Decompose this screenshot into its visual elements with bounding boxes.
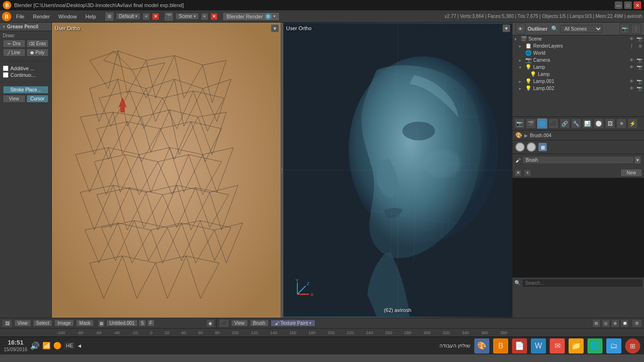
outliner-view-icon[interactable]: 👁 — [515, 24, 526, 34]
tree-item-lamp-group[interactable]: ▾ 💡 Lamp 👁 📷 — [512, 64, 644, 71]
camera-render-icon[interactable]: 📷 — [636, 58, 642, 63]
3d-viewport-toggle-btn[interactable]: ▼ — [503, 25, 510, 32]
layout-dropdown[interactable]: Default▾ — [116, 13, 141, 20]
vp-type-icon[interactable]: ⬛ — [219, 319, 229, 328]
gp-stroke-place-btn[interactable]: Stroke Place... — [3, 86, 49, 94]
tree-item-lamp002[interactable]: ▸ 💡 Lamp.002 👁 📷 — [512, 85, 644, 92]
gp-cursor-btn[interactable]: Cursor — [26, 95, 49, 103]
taskbar-explorer-icon[interactable]: 🗂 — [606, 338, 621, 354]
gp-poly-btn[interactable]: ⬟ Poly — [26, 49, 49, 57]
lamp-render-icon[interactable]: 📷 — [636, 65, 642, 70]
minimize-button[interactable]: — — [615, 1, 622, 9]
gp-line-btn[interactable]: ╱ Line — [3, 49, 25, 57]
scene-remove-btn[interactable]: ✕ — [210, 13, 218, 20]
uv-mask-btn[interactable]: Mask — [76, 320, 94, 327]
tree-item-scene[interactable]: ▾ 🎬 Scene 👁 📷 — [512, 35, 644, 42]
vp-ricon1[interactable]: ⊞ — [592, 319, 601, 328]
outliner-search-icon[interactable]: 🔍 — [551, 25, 558, 32]
props-icon-modifiers[interactable]: 🔧 — [571, 118, 581, 129]
props-icon-data[interactable]: 📊 — [582, 118, 593, 129]
maximize-button[interactable]: □ — [624, 1, 632, 9]
gp-view-btn[interactable]: View — [3, 95, 25, 103]
uv-ricon1[interactable]: ◉ — [206, 319, 215, 328]
menu-help[interactable]: Help — [82, 13, 100, 20]
volume-icon[interactable]: 🔊 — [30, 341, 40, 350]
uv-toggle-btn[interactable]: ▼ — [271, 25, 279, 32]
close-button[interactable]: ✕ — [634, 1, 641, 9]
props-icon-texture[interactable]: 🖼 — [605, 118, 615, 129]
gp-continuous-checkbox[interactable] — [3, 72, 8, 78]
tree-item-lamp[interactable]: 💡 Lamp — [512, 71, 644, 78]
vp-ricon4[interactable]: 🔲 — [620, 319, 629, 328]
taskbar-pdf-icon[interactable]: 📄 — [512, 338, 527, 354]
color-circle-2[interactable] — [527, 142, 536, 152]
props-icon-material[interactable]: ⚪ — [594, 118, 604, 129]
props-icon-scene[interactable]: 🎬 — [526, 118, 536, 129]
tree-item-renderlayers[interactable]: ▸ 📋 RenderLayers | ⊕ — [512, 42, 644, 49]
texture-new-btn[interactable]: New — [620, 169, 642, 177]
lamp-eye-icon[interactable]: 👁 — [629, 65, 634, 70]
uv-editor-type-icon[interactable]: 🖼 — [2, 319, 12, 328]
taskbar-start-icon[interactable]: ⊞ — [625, 338, 640, 354]
tree-item-lamp001[interactable]: ▸ 💡 Lamp.001 👁 📷 — [512, 78, 644, 85]
signal-icon[interactable]: 📶 — [42, 342, 50, 349]
layout-add-btn[interactable]: + — [142, 13, 150, 20]
brush-dropdown-btn[interactable]: ▾ — [634, 156, 641, 164]
render-icon[interactable]: 📷 — [636, 36, 642, 41]
taskbar-email-icon[interactable]: ✉ — [550, 338, 565, 354]
menu-file[interactable]: File — [12, 13, 28, 20]
renderlayers-extra-icon[interactable]: ⊕ — [638, 43, 642, 49]
vp-ricon2[interactable]: ◎ — [602, 319, 610, 328]
uv-editor-viewport[interactable]: User Ortho ▼ — [52, 23, 281, 318]
color-checker-icon[interactable]: ▦ — [538, 142, 547, 152]
gp-draw-btn[interactable]: ✏ Dra — [3, 40, 25, 48]
tree-item-camera[interactable]: ▸ 📷 Camera 👁 📷 — [512, 57, 644, 64]
outliner-extra-icon[interactable]: ⋮ — [631, 24, 641, 34]
layout-remove-btn[interactable]: ✕ — [152, 13, 159, 20]
properties-search-input[interactable] — [523, 280, 642, 287]
vp-view-btn[interactable]: View — [231, 320, 248, 327]
menu-render[interactable]: Render — [29, 13, 54, 20]
props-icon-world[interactable]: 🌐 — [537, 118, 547, 129]
props-icon-physics[interactable]: ⚡ — [627, 118, 638, 129]
gp-additive-checkbox[interactable] — [3, 66, 8, 71]
uv-frame-icon[interactable]: ▦ — [98, 319, 105, 328]
tree-item-world[interactable]: 🌐 World — [512, 49, 644, 57]
vp-ricon3[interactable]: ⊕ — [611, 319, 619, 328]
menu-window[interactable]: Window — [55, 13, 81, 20]
uv-image-btn[interactable]: Image — [54, 320, 74, 327]
language-indicator[interactable]: HE — [64, 342, 75, 349]
vp-mode-dropdown[interactable]: 🖌 Texture Paint ▾ — [271, 320, 315, 327]
camera-eye-icon[interactable]: 👁 — [629, 58, 634, 63]
taskbar-blender-icon[interactable]: B — [493, 338, 508, 354]
outliner-scene-select[interactable]: All Scenes — [560, 25, 603, 33]
scene-dropdown[interactable]: Scene▾ — [175, 13, 198, 20]
lamp002-render-icon[interactable]: 📷 — [636, 86, 642, 91]
scene-add-btn[interactable]: + — [201, 13, 208, 20]
props-icon-object[interactable]: ⬛ — [548, 118, 559, 129]
uv-view-btn[interactable]: View — [14, 320, 31, 327]
taskbar-chrome-icon[interactable]: 🌐 — [587, 338, 603, 354]
props-icon-constraints[interactable]: 🔗 — [560, 118, 570, 129]
vp-toggle-btn[interactable]: ⚙ — [632, 319, 642, 328]
taskbar-files-icon[interactable]: 📁 — [569, 338, 584, 354]
outliner-render-icon[interactable]: 📷 — [619, 24, 630, 34]
uv-select-btn[interactable]: Select — [33, 320, 53, 327]
lamp001-render-icon[interactable]: 📷 — [636, 79, 642, 84]
lamp001-eye-icon[interactable]: 👁 — [629, 79, 634, 84]
props-icon-render[interactable]: 📷 — [514, 118, 525, 129]
color-circle-1[interactable] — [515, 142, 525, 152]
vp-brush-btn[interactable]: Brush — [250, 320, 269, 327]
props-icon-particles[interactable]: ✳ — [616, 118, 627, 129]
gp-erase-btn[interactable]: ⌫ Eras — [26, 40, 49, 48]
render-engine-dropdown[interactable]: Blender Render B ▾ — [223, 12, 280, 21]
taskbar-word-icon[interactable]: W — [531, 338, 546, 354]
ruler-mark: 300 — [423, 330, 430, 335]
lamp002-eye-icon[interactable]: 👁 — [629, 86, 634, 91]
blender-taskbar-icon[interactable]: 🟠 — [53, 342, 61, 349]
3d-viewport[interactable]: X Y Z User Ortho ▼ (62) avirosh — [283, 23, 512, 318]
taskbar-paint-icon[interactable]: 🎨 — [474, 338, 489, 354]
texture-x-icon[interactable]: ✕ — [514, 169, 522, 177]
texture-add-icon[interactable]: + — [524, 169, 531, 177]
eye-icon[interactable]: 👁 — [629, 36, 634, 41]
